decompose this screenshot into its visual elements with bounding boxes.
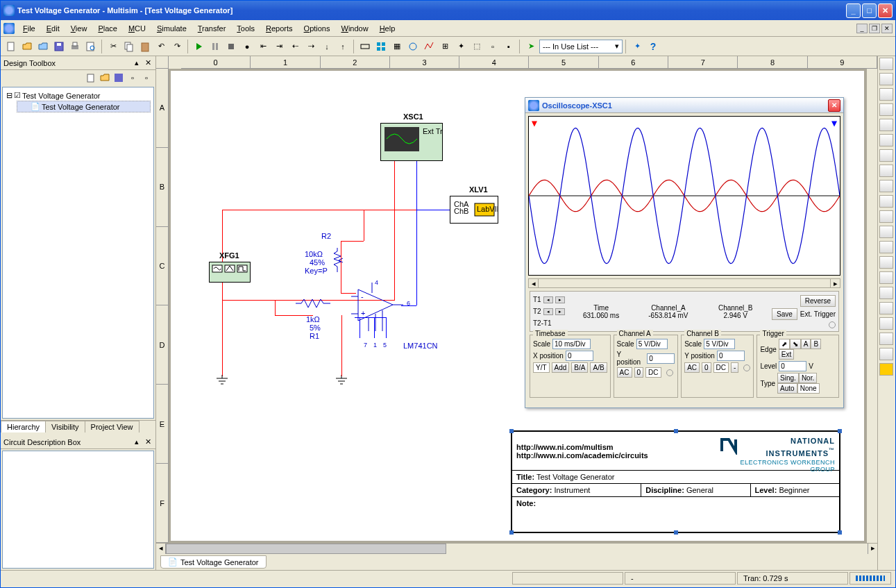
- circuit-desc-body[interactable]: [2, 451, 154, 569]
- trigger-types-auto[interactable]: Auto: [777, 383, 797, 394]
- mdi-restore-button[interactable]: ❐: [869, 24, 880, 33]
- database-button[interactable]: [373, 39, 389, 54]
- open-button[interactable]: [19, 39, 35, 54]
- redo-button[interactable]: ↷: [169, 39, 185, 54]
- menu-window[interactable]: Window: [335, 23, 373, 34]
- cha-modes-0[interactable]: 0: [634, 367, 644, 378]
- t2-spinner[interactable]: ◂: [543, 308, 553, 315]
- canvas-scroll-v[interactable]: [866, 69, 877, 543]
- design-tree[interactable]: ⊟ ☑ Test Voltage Generator 📄 Test Voltag…: [2, 87, 154, 419]
- tb-proj-4[interactable]: ▫: [126, 72, 139, 84]
- menu-help[interactable]: Help: [374, 23, 401, 34]
- desc-dropdown-button[interactable]: ▴: [132, 437, 142, 447]
- instrument-probe[interactable]: [879, 348, 893, 360]
- timebase-modes-add[interactable]: Add: [552, 362, 570, 373]
- tb-btn-5[interactable]: ⇤: [255, 39, 271, 54]
- panel-tab-project-view[interactable]: Project View: [85, 421, 140, 432]
- panel-close-button[interactable]: ✕: [143, 58, 153, 68]
- copy-button[interactable]: [121, 39, 137, 54]
- menu-place[interactable]: Place: [92, 23, 123, 34]
- timebase-modes-ba[interactable]: B/A: [571, 362, 588, 373]
- document-tab[interactable]: 📄 Test Voltage Generator: [160, 555, 267, 569]
- schematic-canvas[interactable]: XSC1 Ext Trig XLV1 ChAChBLabVIEW XFG1: [169, 69, 866, 543]
- tb-btn-8[interactable]: ⇢: [303, 39, 319, 54]
- new-button[interactable]: [3, 39, 19, 54]
- timebase-modes-ab[interactable]: A/B: [590, 362, 607, 373]
- titlebar[interactable]: Test Voltage Generator - Multisim - [Tes…: [1, 1, 895, 20]
- tb-btn-10[interactable]: ↑: [335, 39, 350, 54]
- timebase-modes-yt[interactable]: Y/T: [533, 362, 550, 373]
- reverse-button[interactable]: Reverse: [800, 295, 836, 307]
- menu-view[interactable]: View: [65, 23, 93, 34]
- instrument-agilent-fg[interactable]: [879, 271, 893, 284]
- cut-button[interactable]: ✂: [105, 39, 121, 54]
- xfg1-component[interactable]: [209, 262, 251, 283]
- menu-transfer[interactable]: Transfer: [192, 23, 232, 34]
- tb-btn-20[interactable]: ➤: [523, 39, 539, 54]
- trigger-types-nor[interactable]: Nor.: [799, 373, 817, 383]
- grapher-button[interactable]: ▦: [389, 39, 405, 54]
- timebase-xpos-input[interactable]: [566, 351, 593, 361]
- trigger-edge-[interactable]: ⬊: [790, 339, 801, 349]
- osc-scroll-left[interactable]: ◂: [529, 279, 539, 287]
- instrument-word-gen[interactable]: [879, 165, 893, 177]
- trigger-edge-ext[interactable]: Ext: [779, 349, 794, 360]
- help-button[interactable]: ?: [645, 39, 661, 54]
- chb-modes-0[interactable]: 0: [702, 362, 711, 373]
- desc-close-button[interactable]: ✕: [143, 437, 153, 447]
- instrument-distortion[interactable]: [879, 226, 893, 238]
- paste-button[interactable]: [137, 39, 153, 54]
- trigger-types-none[interactable]: None: [797, 383, 820, 394]
- xsc1-component[interactable]: Ext Trig: [380, 123, 443, 161]
- instrument-oscilloscope[interactable]: [879, 103, 893, 116]
- tb-proj-5[interactable]: ▫: [140, 72, 153, 84]
- print-preview-button[interactable]: [83, 39, 99, 54]
- oscilloscope-close-button[interactable]: ✕: [828, 99, 840, 112]
- minimize-button[interactable]: _: [846, 3, 861, 18]
- postprocess-button[interactable]: [405, 39, 421, 54]
- cha-modes-ac[interactable]: AC: [617, 367, 632, 378]
- instrument-logic-analyzer[interactable]: [879, 180, 893, 192]
- menu-simulate[interactable]: Simulate: [151, 23, 192, 34]
- trigger-level-input[interactable]: [779, 361, 806, 371]
- instrument-current-probe[interactable]: [879, 363, 893, 376]
- trigger-edge-a[interactable]: A: [801, 339, 811, 349]
- instrument-tek-scope[interactable]: [879, 317, 893, 330]
- tree-root[interactable]: ⊟ ☑ Test Voltage Generator: [6, 90, 151, 101]
- cha-modes-jack[interactable]: [666, 369, 673, 376]
- t1-spinner-r[interactable]: ▸: [555, 296, 565, 303]
- instrument-freq-counter[interactable]: [879, 149, 893, 162]
- chb-modes-dc[interactable]: DC: [713, 362, 729, 373]
- open-sample-button[interactable]: [35, 39, 51, 54]
- stop-button[interactable]: [223, 39, 239, 54]
- instrument-agilent-mm[interactable]: [879, 287, 893, 299]
- canvas-scroll-h[interactable]: ◂ ▸: [156, 543, 877, 554]
- mdi-minimize-button[interactable]: _: [856, 24, 868, 33]
- oscilloscope-window[interactable]: Oscilloscope-XSC1 ✕: [525, 97, 844, 408]
- new-project-button[interactable]: [85, 72, 97, 84]
- tb-btn-16[interactable]: ✦: [453, 39, 468, 54]
- oscilloscope-titlebar[interactable]: Oscilloscope-XSC1 ✕: [525, 98, 843, 113]
- timebase-scale-input[interactable]: [552, 339, 591, 349]
- trigger-edge-b[interactable]: B: [811, 339, 821, 349]
- save-button[interactable]: [51, 39, 67, 54]
- tb-btn-6[interactable]: ⇥: [271, 39, 287, 54]
- menu-edit[interactable]: Edit: [41, 23, 65, 34]
- in-use-list-dropdown[interactable]: --- In Use List ---▾: [539, 40, 623, 53]
- mdi-close-button[interactable]: ✕: [881, 24, 893, 33]
- instrument-network[interactable]: [879, 256, 893, 269]
- trigger-types-sing[interactable]: Sing.: [777, 373, 799, 383]
- tb-btn-18[interactable]: ▫: [485, 39, 500, 54]
- step-button[interactable]: ●: [239, 39, 255, 54]
- instrument-spectrum[interactable]: [879, 241, 893, 253]
- cha-modes-dc[interactable]: DC: [645, 367, 661, 378]
- instrument-function-gen[interactable]: [879, 73, 893, 85]
- instrument-logic-converter[interactable]: [879, 195, 893, 208]
- save-project-button[interactable]: [112, 72, 125, 84]
- expand-icon[interactable]: ⊟: [6, 91, 12, 100]
- menu-file[interactable]: File: [17, 23, 41, 34]
- menu-mcu[interactable]: MCU: [123, 23, 151, 34]
- instrument-agilent-scope[interactable]: [879, 302, 893, 314]
- print-button[interactable]: [67, 39, 83, 54]
- oscilloscope-screen[interactable]: [528, 116, 840, 276]
